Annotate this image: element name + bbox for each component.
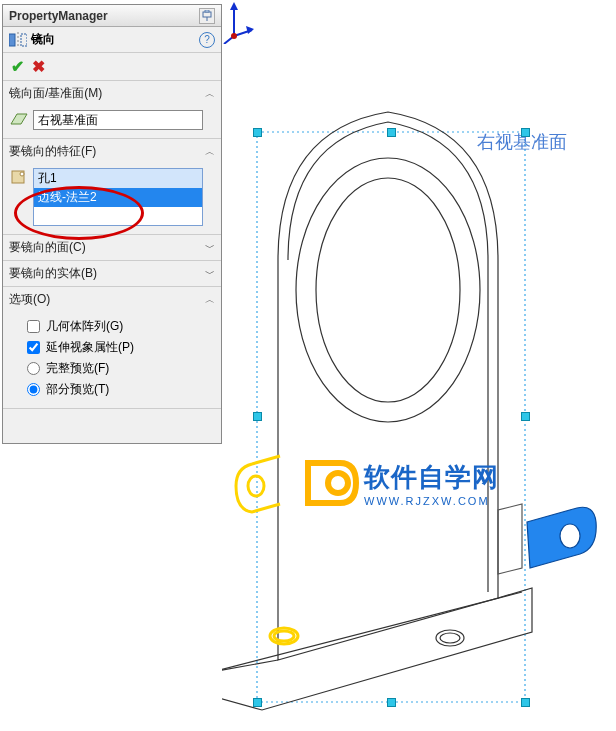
selection-handle[interactable] (387, 698, 396, 707)
section-header-options[interactable]: 选项(O) ︿ (3, 287, 221, 312)
svg-point-7 (20, 172, 24, 176)
option-full-preview[interactable]: 完整预览(F) (27, 358, 197, 379)
svg-rect-2 (205, 10, 209, 12)
section-options: 选项(O) ︿ 几何体阵列(G) 延伸视象属性(P) 完整预览(F) 部分预览(… (3, 287, 221, 409)
svg-point-10 (560, 524, 580, 548)
chevron-up-icon: ︿ (205, 293, 215, 307)
selection-handle[interactable] (253, 412, 262, 421)
svg-point-13 (248, 476, 264, 496)
selection-handle[interactable] (521, 412, 530, 421)
section-header-mirror-plane[interactable]: 镜向面/基准面(M) ︿ (3, 81, 221, 106)
cancel-button[interactable]: ✖ (32, 57, 45, 76)
feature-bar: 镜向 ? (3, 27, 221, 53)
selection-handle[interactable] (387, 128, 396, 137)
triad-icon (222, 0, 258, 44)
option-partial-preview[interactable]: 部分预览(T) (27, 379, 197, 400)
svg-marker-19 (246, 26, 254, 34)
mirror-plane-input[interactable] (33, 110, 203, 130)
partial-preview-radio[interactable] (27, 383, 40, 396)
svg-point-8 (296, 158, 480, 422)
features-listbox[interactable]: 孔1 边线-法兰2 (33, 168, 203, 226)
chevron-down-icon: ﹀ (205, 241, 215, 255)
section-header-faces[interactable]: 要镜向的面(C) ﹀ (3, 235, 221, 260)
svg-point-9 (316, 178, 460, 402)
section-bodies: 要镜向的实体(B) ﹀ (3, 261, 221, 287)
chevron-down-icon: ﹀ (205, 267, 215, 281)
model-svg (222, 0, 616, 731)
selection-handle[interactable] (253, 128, 262, 137)
help-button[interactable]: ? (199, 32, 215, 48)
feature-name: 镜向 (31, 31, 55, 48)
section-faces: 要镜向的面(C) ﹀ (3, 235, 221, 261)
svg-rect-0 (203, 12, 211, 17)
svg-rect-3 (9, 34, 15, 46)
section-header-bodies[interactable]: 要镜向的实体(B) ﹀ (3, 261, 221, 286)
pin-button[interactable] (199, 8, 215, 24)
selection-handle[interactable] (521, 128, 530, 137)
ok-button[interactable]: ✔ (11, 57, 24, 76)
svg-point-21 (231, 33, 237, 39)
selection-handle[interactable] (253, 698, 262, 707)
prop-visual-checkbox[interactable] (27, 341, 40, 354)
chevron-up-icon: ︿ (205, 145, 215, 159)
panel-title: PropertyManager (9, 9, 108, 23)
panel-header: PropertyManager (3, 5, 221, 27)
svg-point-12 (440, 633, 460, 643)
selection-handle[interactable] (521, 698, 530, 707)
list-item[interactable]: 边线-法兰2 (34, 188, 202, 207)
option-prop-visual[interactable]: 延伸视象属性(P) (27, 337, 197, 358)
svg-rect-4 (21, 34, 27, 46)
property-manager-panel: PropertyManager 镜向 ? ✔ ✖ 镜向面/基准面(M) ︿ (2, 4, 222, 444)
section-header-features[interactable]: 要镜向的特征(F) ︿ (3, 139, 221, 164)
section-features: 要镜向的特征(F) ︿ 孔1 边线-法兰2 (3, 139, 221, 235)
chevron-up-icon: ︿ (205, 87, 215, 101)
confirm-row: ✔ ✖ (3, 53, 221, 81)
section-mirror-plane: 镜向面/基准面(M) ︿ (3, 81, 221, 139)
svg-marker-17 (230, 2, 238, 10)
svg-point-15 (274, 631, 294, 641)
option-geom-pattern[interactable]: 几何体阵列(G) (27, 316, 197, 337)
mirror-icon (9, 32, 27, 48)
model-viewport[interactable]: 右视基准面 (222, 0, 616, 731)
list-item[interactable]: 孔1 (34, 169, 202, 188)
feature-list-icon (9, 168, 29, 186)
geom-pattern-checkbox[interactable] (27, 320, 40, 333)
pin-icon (201, 10, 213, 22)
plane-icon (9, 110, 29, 128)
full-preview-radio[interactable] (27, 362, 40, 375)
